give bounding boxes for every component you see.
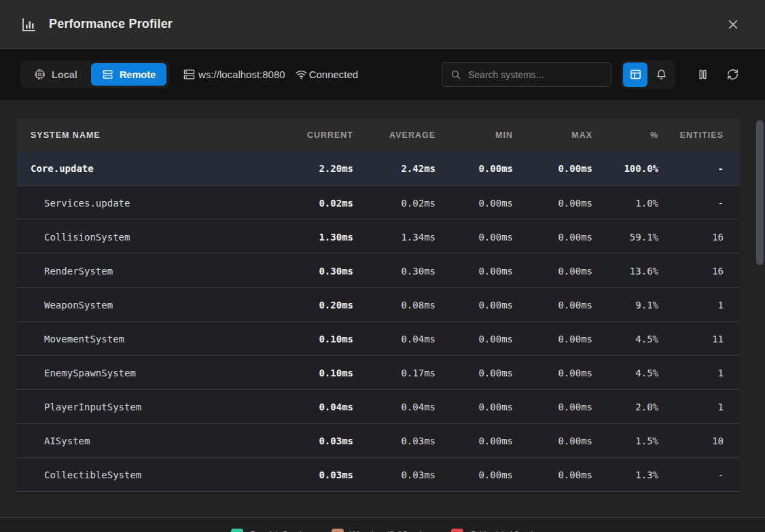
cell-min: 0.00ms: [435, 334, 513, 344]
cell-average: 0.03ms: [353, 436, 435, 446]
cell-current: 0.02ms: [279, 198, 353, 209]
cell-entities: 1: [658, 368, 724, 378]
cell-system-name: PlayerInputSystem: [17, 402, 279, 412]
cell-current: 0.30ms: [279, 266, 353, 277]
table-row[interactable]: WeaponSystem 0.20ms 0.08ms 0.00ms 0.00ms…: [17, 287, 740, 321]
cell-entities: -: [658, 198, 724, 209]
cell-current: 2.20ms: [279, 163, 353, 174]
table-row[interactable]: Services.update 0.02ms 0.02ms 0.00ms 0.0…: [17, 185, 740, 219]
table-row[interactable]: MovementSystem 0.10ms 0.04ms 0.00ms 0.00…: [17, 321, 740, 355]
column-header-system-name: SYSTEM NAME: [17, 130, 279, 140]
cell-min: 0.00ms: [435, 368, 513, 378]
cell-system-name: Services.update: [17, 198, 279, 209]
column-header-min: MIN: [435, 130, 513, 140]
legend-swatch-icon: [332, 529, 344, 532]
cell-average: 1.34ms: [353, 232, 435, 243]
cell-average: 0.17ms: [353, 368, 435, 378]
local-button[interactable]: Local: [23, 63, 88, 86]
cell-min: 0.00ms: [435, 436, 513, 446]
cell-entities: -: [658, 163, 724, 174]
profiler-content: SYSTEM NAME CURRENT AVERAGE MIN MAX % EN…: [0, 119, 765, 517]
cell-current: 0.03ms: [279, 469, 353, 480]
table-header-row: SYSTEM NAME CURRENT AVERAGE MIN MAX % EN…: [17, 119, 740, 152]
legend-label: Good (<8ms): [249, 529, 303, 532]
table-view-icon: [629, 68, 642, 81]
table-row[interactable]: CollectibleSystem 0.03ms 0.03ms 0.00ms 0…: [17, 457, 740, 491]
scrollbar-thumb[interactable]: [756, 120, 764, 265]
cell-entities: 11: [658, 334, 724, 344]
cell-pct: 100.0%: [592, 163, 658, 174]
cell-pct: 4.5%: [592, 368, 658, 378]
refresh-icon: [726, 68, 739, 81]
cell-average: 2.42ms: [353, 163, 435, 174]
title-bar: Performance Profiler: [0, 0, 765, 49]
cell-min: 0.00ms: [435, 469, 513, 480]
pause-icon: [696, 68, 709, 81]
table-row[interactable]: CollisionSystem 1.30ms 1.34ms 0.00ms 0.0…: [17, 219, 740, 253]
close-button[interactable]: [722, 13, 745, 36]
cell-min: 0.00ms: [435, 163, 513, 174]
cell-average: 0.30ms: [353, 266, 435, 277]
cell-pct: 1.5%: [592, 436, 658, 446]
cell-pct: 4.5%: [592, 334, 658, 344]
table-view-button[interactable]: [623, 63, 647, 87]
legend-swatch-icon: [231, 529, 243, 532]
connection-status: Connected: [295, 68, 359, 81]
cell-min: 0.00ms: [435, 300, 513, 311]
cell-system-name: WeaponSystem: [17, 300, 279, 311]
cell-min: 0.00ms: [435, 232, 513, 243]
legend-label: Warning (8-16ms): [350, 529, 423, 532]
cell-entities: 10: [658, 436, 724, 446]
legend-item: Good (<8ms): [231, 529, 303, 532]
cell-entities: -: [658, 469, 724, 480]
cell-system-name: RenderSystem: [17, 266, 279, 277]
cell-average: 0.08ms: [353, 300, 435, 311]
search-box: [442, 62, 611, 87]
connection-url: ws://localhost:8080: [183, 68, 285, 81]
cell-current: 0.20ms: [279, 300, 353, 311]
view-toggle-group: [621, 60, 675, 89]
column-header-max: MAX: [513, 130, 592, 140]
table-row[interactable]: AISystem 0.03ms 0.03ms 0.00ms 0.00ms 1.5…: [17, 423, 740, 457]
cell-system-name: MovementSystem: [17, 334, 279, 344]
table-body: Core.update 2.20ms 2.42ms 0.00ms 0.00ms …: [17, 152, 740, 491]
cell-pct: 1.3%: [592, 469, 658, 480]
alerts-button[interactable]: [649, 63, 673, 87]
cell-min: 0.00ms: [435, 402, 513, 412]
cell-entities: 1: [658, 402, 724, 412]
cell-entities: 16: [658, 232, 724, 243]
cell-current: 0.03ms: [279, 436, 353, 446]
cell-current: 0.10ms: [279, 368, 353, 378]
table-row[interactable]: PlayerInputSystem 0.04ms 0.04ms 0.00ms 0…: [17, 389, 740, 423]
table-row[interactable]: RenderSystem 0.30ms 0.30ms 0.00ms 0.00ms…: [17, 253, 740, 287]
bell-icon: [655, 68, 668, 81]
cell-average: 0.04ms: [353, 402, 435, 412]
scrollbar-track[interactable]: [756, 120, 764, 514]
cell-max: 0.00ms: [513, 436, 592, 446]
cell-max: 0.00ms: [513, 300, 592, 311]
cell-max: 0.00ms: [513, 163, 592, 174]
cell-entities: 16: [658, 266, 724, 277]
wifi-icon: [295, 68, 308, 81]
cell-pct: 59.1%: [592, 232, 658, 243]
search-input[interactable]: [468, 69, 603, 80]
table-row[interactable]: Core.update 2.20ms 2.42ms 0.00ms 0.00ms …: [17, 152, 740, 185]
cell-current: 0.10ms: [279, 334, 353, 344]
legend-swatch-icon: [451, 529, 463, 532]
search-icon: [450, 69, 461, 80]
legend-item: Critical (>16ms): [451, 529, 534, 532]
legend-item: Warning (8-16ms): [332, 529, 423, 532]
cell-system-name: AISystem: [17, 436, 279, 446]
column-header-average: AVERAGE: [353, 130, 435, 140]
refresh-button[interactable]: [720, 63, 745, 87]
cell-max: 0.00ms: [513, 469, 592, 480]
cell-average: 0.03ms: [353, 469, 435, 480]
cell-entities: 1: [658, 300, 724, 311]
pause-button[interactable]: [690, 63, 715, 87]
cell-average: 0.02ms: [353, 198, 435, 209]
cell-system-name: Core.update: [17, 163, 279, 174]
table-row[interactable]: EnemySpawnSystem 0.10ms 0.17ms 0.00ms 0.…: [17, 355, 740, 389]
cell-max: 0.00ms: [513, 198, 592, 209]
remote-button[interactable]: Remote: [91, 63, 166, 86]
column-header-entities: ENTITIES: [658, 130, 724, 140]
